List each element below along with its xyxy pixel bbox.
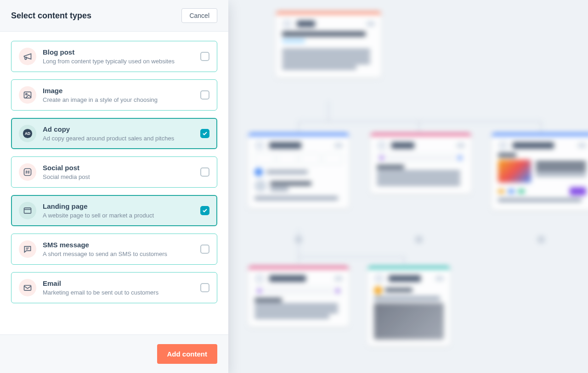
checkbox[interactable] bbox=[200, 167, 209, 177]
cancel-button[interactable]: Cancel bbox=[181, 8, 217, 23]
option-ad-copy[interactable]: AD Ad copy Ad copy geared around product… bbox=[11, 118, 217, 149]
svg-point-1 bbox=[26, 94, 27, 95]
checkbox[interactable] bbox=[200, 129, 209, 138]
checkbox[interactable] bbox=[200, 283, 209, 292]
option-email[interactable]: Email Marketing email to be sent out to … bbox=[11, 272, 217, 303]
option-title: SMS message bbox=[43, 241, 194, 249]
option-blog-post[interactable]: Blog post Long from content type typical… bbox=[11, 41, 217, 72]
bg-card-ad bbox=[368, 266, 450, 346]
option-desc: Ad copy geared around product sales and … bbox=[43, 135, 194, 142]
option-title: Landing page bbox=[43, 202, 194, 210]
option-title: Image bbox=[43, 87, 194, 95]
bg-card-audio bbox=[370, 133, 471, 194]
svg-text:AD: AD bbox=[25, 132, 30, 136]
bg-card-social bbox=[248, 133, 349, 208]
message-icon bbox=[19, 240, 36, 258]
checkbox[interactable] bbox=[200, 206, 209, 215]
option-social-post[interactable]: Social post Social media post bbox=[11, 156, 217, 188]
option-landing-page[interactable]: Landing page A website page to sell or m… bbox=[11, 195, 217, 226]
ad-icon: AD bbox=[19, 125, 36, 142]
option-desc: Long from content type typically used on… bbox=[43, 58, 194, 65]
option-desc: Marketing email to be sent out to custom… bbox=[43, 289, 194, 296]
bg-card-blog bbox=[276, 11, 381, 78]
panel-body: Blog post Long from content type typical… bbox=[0, 32, 228, 334]
add-content-button[interactable]: Add content bbox=[157, 344, 218, 364]
option-title: Email bbox=[43, 279, 194, 287]
megaphone-icon bbox=[19, 48, 36, 65]
envelope-icon bbox=[19, 279, 36, 296]
bg-card-audiofile bbox=[248, 266, 349, 327]
svg-rect-4 bbox=[24, 169, 31, 176]
select-content-types-panel: Select content types Cancel Blog post Lo… bbox=[0, 0, 228, 373]
checkbox[interactable] bbox=[200, 245, 209, 254]
option-title: Blog post bbox=[43, 48, 194, 56]
bg-card-landing bbox=[492, 133, 588, 210]
option-image[interactable]: Image Create an image in a style of your… bbox=[11, 79, 217, 111]
window-icon bbox=[19, 202, 36, 219]
option-sms-message[interactable]: SMS message A short message to send an S… bbox=[11, 234, 217, 265]
option-desc: Social media post bbox=[43, 173, 194, 180]
hashtag-icon bbox=[19, 163, 36, 181]
option-desc: A short message to send an SMS to custom… bbox=[43, 251, 194, 257]
checkbox[interactable] bbox=[200, 90, 209, 100]
image-icon bbox=[19, 86, 36, 104]
option-desc: A website page to sell or market a produ… bbox=[43, 212, 194, 219]
svg-rect-5 bbox=[24, 208, 31, 213]
option-title: Social post bbox=[43, 164, 194, 172]
panel-title: Select content types bbox=[11, 11, 91, 21]
option-title: Ad copy bbox=[43, 125, 194, 133]
option-desc: Create an image in a style of your choos… bbox=[43, 96, 194, 103]
svg-rect-6 bbox=[24, 285, 31, 290]
panel-header: Select content types Cancel bbox=[0, 0, 228, 32]
panel-footer: Add content bbox=[0, 334, 228, 373]
checkbox[interactable] bbox=[200, 52, 209, 61]
svg-rect-0 bbox=[24, 92, 31, 98]
